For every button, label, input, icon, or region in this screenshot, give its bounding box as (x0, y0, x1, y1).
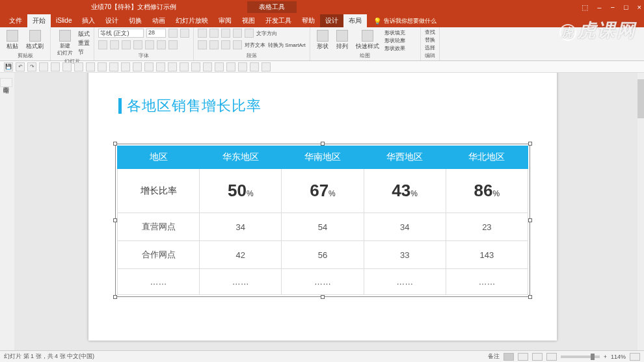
shape-outline-button[interactable]: 形状轮廓 (384, 37, 405, 44)
slideshow-view-button[interactable] (546, 353, 557, 361)
numbering-button[interactable] (209, 29, 219, 38)
font-name-combo[interactable]: 等线 (正文) (98, 29, 144, 38)
align-center-button[interactable] (209, 40, 219, 49)
resize-handle[interactable] (528, 142, 532, 146)
align-left-button[interactable] (198, 40, 207, 49)
italic-button[interactable] (110, 40, 119, 49)
indent-inc-button[interactable] (233, 29, 242, 38)
spacing-button[interactable] (157, 40, 166, 49)
bold-button[interactable] (98, 40, 107, 49)
qat-redo-button[interactable]: ↷ (27, 62, 36, 71)
maximize-button[interactable]: □ (624, 3, 628, 12)
qat-btn[interactable] (238, 62, 247, 71)
minimize-icon[interactable]: – (597, 3, 601, 12)
qat-btn[interactable] (250, 62, 259, 71)
slide-editor[interactable]: 各地区销售增长比率 地区 华东地区 华南地区 华西地区 华北地区 增长比率50%… (14, 73, 640, 350)
notes-button[interactable]: 备注 (488, 352, 500, 361)
qat-btn[interactable] (215, 62, 224, 71)
tab-design[interactable]: 设计 (100, 14, 124, 27)
qat-btn[interactable] (226, 62, 235, 71)
thumbnail-pane-tab[interactable]: 缩略图 (0, 78, 12, 87)
zoom-slider[interactable] (561, 356, 600, 358)
zoom-plus[interactable]: + (604, 354, 607, 360)
format-painter-button[interactable]: 格式刷 (23, 29, 46, 52)
tab-table-layout[interactable]: 布局 (343, 14, 367, 27)
sorter-view-button[interactable] (518, 353, 528, 361)
zoom-value[interactable]: 114% (611, 354, 626, 360)
section-button[interactable]: 节 (78, 48, 90, 57)
qat-undo-button[interactable]: ↶ (16, 62, 25, 71)
qat-btn[interactable] (62, 62, 72, 71)
resize-handle[interactable] (113, 218, 117, 222)
select-button[interactable]: 选择 (425, 44, 435, 51)
justify-button[interactable] (233, 40, 242, 49)
shrink-font-button[interactable] (180, 29, 189, 38)
resize-handle[interactable] (528, 295, 532, 299)
grow-font-button[interactable] (168, 29, 178, 38)
qat-btn[interactable] (156, 62, 165, 71)
tab-review[interactable]: 审阅 (213, 14, 237, 27)
qat-btn[interactable] (262, 62, 271, 71)
qat-btn[interactable] (98, 62, 107, 71)
qat-btn[interactable] (74, 62, 83, 71)
slide-canvas[interactable]: 各地区销售增长比率 地区 华东地区 华南地区 华西地区 华北地区 增长比率50%… (88, 73, 557, 341)
bullets-button[interactable] (198, 29, 207, 38)
find-button[interactable]: 查找 (425, 29, 435, 36)
tab-islide[interactable]: iSlide (51, 14, 77, 27)
ribbon-opt-icon[interactable]: ⬚ (582, 3, 588, 12)
table-object[interactable]: 地区 华东地区 华南地区 华西地区 华北地区 增长比率50%67%43%86%直… (117, 146, 528, 295)
line-spacing-button[interactable] (245, 29, 254, 38)
qat-btn[interactable] (180, 62, 189, 71)
qat-btn[interactable] (133, 62, 142, 71)
underline-button[interactable] (122, 40, 131, 49)
qat-btn[interactable] (144, 62, 154, 71)
tab-home[interactable]: 开始 (27, 14, 51, 27)
resize-handle[interactable] (113, 295, 117, 299)
scrollbar-thumb[interactable] (637, 79, 644, 118)
tell-me-search[interactable]: 💡 告诉我你想要做什么 (373, 17, 436, 25)
qat-btn[interactable] (51, 62, 60, 71)
tab-slideshow[interactable]: 幻灯片放映 (170, 14, 213, 27)
normal-view-button[interactable] (503, 353, 514, 361)
font-size-combo[interactable]: 28 (146, 29, 166, 38)
align-text-button[interactable]: 对齐文本 (245, 42, 265, 49)
qat-btn[interactable] (191, 62, 200, 71)
tab-help[interactable]: 帮助 (297, 14, 320, 27)
resize-handle[interactable] (528, 218, 532, 222)
shape-effects-button[interactable]: 形状效果 (384, 45, 405, 52)
tab-table-design[interactable]: 设计 (320, 14, 343, 27)
quick-styles-button[interactable]: 快速样式 (353, 29, 382, 52)
qat-btn[interactable] (39, 62, 48, 71)
tab-file[interactable]: 文件 (4, 14, 27, 27)
vertical-scrollbar[interactable] (637, 73, 644, 350)
layout-button[interactable]: 版式 (78, 30, 90, 38)
resize-handle[interactable] (321, 142, 325, 146)
qat-btn[interactable] (168, 62, 177, 71)
qat-save-button[interactable]: 💾 (4, 62, 13, 71)
qat-btn[interactable] (203, 62, 212, 71)
smartart-button[interactable]: 转换为 SmartArt (268, 42, 306, 49)
slide-title[interactable]: 各地区销售增长比率 (118, 96, 262, 116)
tab-developer[interactable]: 开发工具 (260, 14, 297, 27)
qat-btn[interactable] (121, 62, 130, 71)
close-button[interactable]: × (637, 3, 641, 12)
resize-handle[interactable] (321, 295, 325, 299)
zoom-thumb[interactable] (591, 354, 595, 360)
font-color-button[interactable] (168, 40, 178, 49)
qat-btn[interactable] (86, 62, 95, 71)
paste-button[interactable]: 粘贴 (4, 29, 21, 52)
new-slide-button[interactable]: 新建 幻灯片 (55, 29, 75, 58)
tab-view[interactable]: 视图 (237, 14, 260, 27)
arrange-button[interactable]: 排列 (334, 29, 351, 52)
tab-insert[interactable]: 插入 (77, 14, 100, 27)
strike-button[interactable] (133, 40, 142, 49)
tab-transitions[interactable]: 切换 (124, 14, 147, 27)
reset-button[interactable]: 重置 (78, 39, 90, 47)
text-direction-button[interactable]: 文字方向 (256, 30, 277, 37)
shapes-button[interactable]: 形状 (314, 29, 331, 52)
fit-button[interactable] (630, 353, 640, 361)
shape-fill-button[interactable]: 形状填充 (384, 29, 405, 36)
reading-view-button[interactable] (532, 353, 543, 361)
shadow-button[interactable] (145, 40, 154, 49)
resize-handle[interactable] (113, 142, 117, 146)
